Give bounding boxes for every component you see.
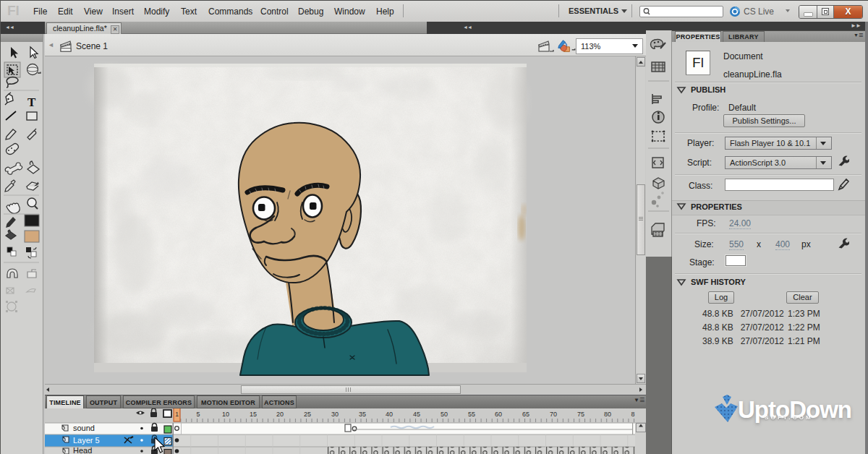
svg-text:15: 15 <box>250 411 257 418</box>
svg-text:30: 30 <box>331 411 339 418</box>
svg-text:65: 65 <box>522 411 529 418</box>
svg-text:50: 50 <box>441 411 448 418</box>
svg-text:35: 35 <box>359 411 366 418</box>
svg-text:70: 70 <box>550 411 557 418</box>
svg-text:5: 5 <box>196 411 200 418</box>
svg-text:40: 40 <box>386 411 393 418</box>
svg-text:Layer 5: Layer 5 <box>73 436 100 445</box>
svg-text:60: 60 <box>495 411 502 418</box>
svg-text:45: 45 <box>413 411 420 418</box>
svg-text:1: 1 <box>175 411 179 418</box>
svg-text:75: 75 <box>577 411 584 418</box>
svg-text:10: 10 <box>222 411 229 418</box>
svg-text:T: T <box>27 95 36 109</box>
svg-text:80: 80 <box>604 411 611 418</box>
svg-text:8: 8 <box>631 411 634 418</box>
svg-text:55: 55 <box>468 411 475 418</box>
svg-text:20: 20 <box>276 411 284 418</box>
svg-text:Head: Head <box>73 446 92 454</box>
svg-text:sound: sound <box>73 424 95 432</box>
svg-text:25: 25 <box>304 411 311 418</box>
